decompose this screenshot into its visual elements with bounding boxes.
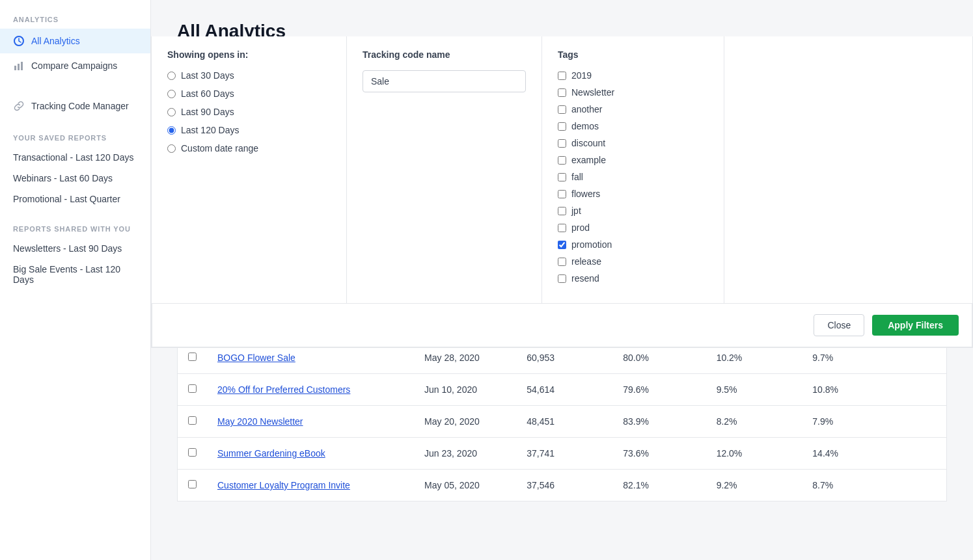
tag-release[interactable]: release: [558, 256, 708, 267]
row-open-rate-4: 73.6%: [612, 438, 706, 470]
sidebar-item-tracking-code[interactable]: Tracking Code Manager: [0, 94, 150, 118]
filter-col-empty: [724, 36, 972, 303]
row-recipients-5: 37,546: [516, 470, 612, 501]
tag-flowers[interactable]: flowers: [558, 189, 708, 199]
row-click-rate-5: 9.2%: [706, 470, 802, 501]
row-date-4: Jun 23, 2020: [414, 438, 516, 470]
row-checkbox-2[interactable]: [178, 374, 207, 406]
tag-2019[interactable]: 2019: [558, 70, 708, 81]
analytics-icon: [13, 35, 25, 47]
saved-report-1[interactable]: Webinars - Last 60 Days: [0, 168, 150, 189]
row-checkbox-3[interactable]: [178, 406, 207, 438]
table-row: Summer Gardening eBook Jun 23, 2020 37,7…: [178, 438, 946, 470]
row-unsub-rate-3: 7.9%: [802, 406, 946, 438]
row-campaign-name-5[interactable]: Customer Loyalty Program Invite: [207, 470, 414, 501]
filter-panel: Showing opens in: Last 30 Days Last 60 D…: [151, 36, 973, 348]
tag-jpt[interactable]: jpt: [558, 206, 708, 216]
tracking-code-section: Tracking code name: [347, 36, 542, 303]
shows-opens-label: Showing opens in:: [167, 49, 331, 60]
table-row: 20% Off for Preferred Customers Jun 10, …: [178, 374, 946, 406]
tag-discount[interactable]: discount: [558, 138, 708, 148]
radio-last-90[interactable]: Last 90 Days: [167, 107, 331, 117]
tag-prod[interactable]: prod: [558, 222, 708, 233]
link-icon: [13, 100, 25, 112]
row-recipients-2: 54,614: [516, 374, 612, 406]
row-campaign-name-2[interactable]: 20% Off for Preferred Customers: [207, 374, 414, 406]
tag-promotion[interactable]: promotion: [558, 239, 708, 250]
tags-section-label: Tags: [558, 49, 708, 60]
row-campaign-name-3[interactable]: May 2020 Newsletter: [207, 406, 414, 438]
row-recipients-3: 48,451: [516, 406, 612, 438]
row-open-rate-2: 79.6%: [612, 374, 706, 406]
svg-rect-2: [18, 64, 20, 70]
bar-chart-icon: [13, 60, 25, 72]
tags-section: Tags 2019 Newsletter another demos disco…: [542, 36, 724, 303]
radio-last-30[interactable]: Last 30 Days: [167, 70, 331, 81]
row-click-rate-4: 12.0%: [706, 438, 802, 470]
table-row: Customer Loyalty Program Invite May 05, …: [178, 470, 946, 501]
main-content: All Analytics Filtered by: Opens: in the…: [151, 0, 973, 560]
row-unsub-rate-2: 10.8%: [802, 374, 946, 406]
shared-reports-label: REPORTS SHARED WITH YOU: [0, 225, 150, 238]
date-range-section: Showing opens in: Last 30 Days Last 60 D…: [152, 36, 347, 303]
tracking-code-label: Tracking Code Manager: [31, 101, 129, 111]
compare-campaigns-label: Compare Campaigns: [31, 60, 117, 71]
filter-columns: Showing opens in: Last 30 Days Last 60 D…: [152, 36, 972, 303]
row-click-rate-3: 8.2%: [706, 406, 802, 438]
tracking-code-input[interactable]: [363, 70, 526, 92]
row-recipients-4: 37,741: [516, 438, 612, 470]
analytics-section-label: ANALYTICS: [0, 16, 150, 29]
row-date-3: May 20, 2020: [414, 406, 516, 438]
tag-another[interactable]: another: [558, 104, 708, 114]
saved-report-0[interactable]: Transactional - Last 120 Days: [0, 147, 150, 168]
row-click-rate-2: 9.5%: [706, 374, 802, 406]
apply-filters-button[interactable]: Apply Filters: [872, 315, 959, 336]
radio-last-120[interactable]: Last 120 Days: [167, 125, 331, 135]
tag-newsletter[interactable]: Newsletter: [558, 87, 708, 98]
svg-rect-1: [14, 66, 16, 70]
row-date-5: May 05, 2020: [414, 470, 516, 501]
tag-fall[interactable]: fall: [558, 172, 708, 182]
svg-rect-3: [21, 62, 23, 70]
row-unsub-rate-4: 14.4%: [802, 438, 946, 470]
saved-report-2[interactable]: Promotional - Last Quarter: [0, 189, 150, 209]
saved-reports-label: YOUR SAVED REPORTS: [0, 134, 150, 147]
sidebar-item-all-analytics[interactable]: All Analytics: [0, 29, 150, 53]
all-analytics-label: All Analytics: [31, 36, 80, 46]
row-checkbox-4[interactable]: [178, 438, 207, 470]
tracking-code-section-label: Tracking code name: [363, 49, 526, 60]
row-open-rate-3: 83.9%: [612, 406, 706, 438]
sidebar-item-compare-campaigns[interactable]: Compare Campaigns: [0, 53, 150, 78]
tag-resend[interactable]: resend: [558, 273, 708, 284]
shared-report-1[interactable]: Big Sale Events - Last 120 Days: [0, 259, 150, 290]
row-open-rate-5: 82.1%: [612, 470, 706, 501]
tag-demos[interactable]: demos: [558, 121, 708, 131]
filter-action-bar: Close Apply Filters: [152, 303, 972, 347]
close-button[interactable]: Close: [814, 314, 864, 336]
shared-report-0[interactable]: Newsletters - Last 90 Days: [0, 238, 150, 259]
row-campaign-name-4[interactable]: Summer Gardening eBook: [207, 438, 414, 470]
table-row: May 2020 Newsletter May 20, 2020 48,451 …: [178, 406, 946, 438]
sidebar: ANALYTICS All Analytics Compare Campaign…: [0, 0, 151, 560]
row-unsub-rate-5: 8.7%: [802, 470, 946, 501]
row-date-2: Jun 10, 2020: [414, 374, 516, 406]
radio-last-60[interactable]: Last 60 Days: [167, 88, 331, 99]
row-checkbox-5[interactable]: [178, 470, 207, 501]
radio-custom[interactable]: Custom date range: [167, 143, 331, 153]
tag-example[interactable]: example: [558, 155, 708, 165]
